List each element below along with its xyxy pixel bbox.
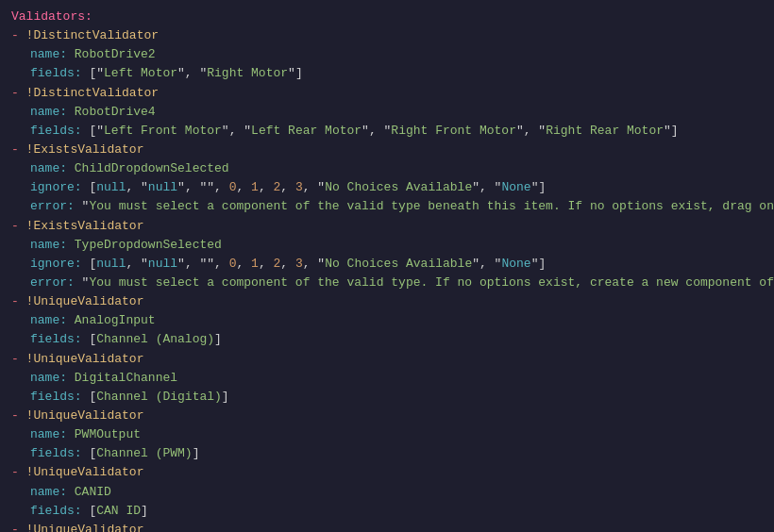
- bracket-text: ", ": [516, 124, 546, 138]
- dash-text: -: [11, 352, 26, 366]
- line-14: error: "You must select a component of t…: [11, 274, 763, 292]
- line-18: - !UniqueValidator: [11, 350, 763, 369]
- field-name-text: name:: [30, 161, 75, 175]
- line-9: ignore: [null, "null", "", 0, 1, 2, 3, "…: [11, 178, 763, 197]
- num-val-text: 1: [251, 257, 259, 271]
- dash-text: -: [11, 142, 26, 157]
- field-name-text: fields:: [30, 504, 89, 518]
- line-17: fields: [Channel (Analog)]: [11, 330, 763, 349]
- null-val-text: null: [96, 257, 126, 271]
- field-value-text: Right Rear Motor: [546, 124, 664, 138]
- field-name-text: error:: [30, 275, 82, 290]
- field-name-text: name:: [30, 485, 75, 499]
- line-22: name: PWMOutput: [11, 425, 763, 444]
- line-23: fields: [Channel (PWM)]: [11, 444, 763, 463]
- field-name-text: fields:: [30, 332, 89, 346]
- tag-text: !UniqueValidator: [26, 465, 144, 479]
- field-value-text: PWMOutput: [75, 427, 141, 441]
- field-value-text: RobotDrive2: [75, 47, 156, 61]
- field-value-text: You must select a component of the valid…: [89, 275, 774, 290]
- bracket-text: ", "",: [177, 180, 229, 194]
- field-value-text: Right Front Motor: [391, 124, 516, 138]
- field-value-text: CAN ID: [96, 504, 141, 518]
- line-15: - !UniqueValidator: [11, 292, 763, 311]
- dash-text: -: [11, 86, 26, 100]
- tag-text: !DistinctValidator: [26, 28, 159, 42]
- field-value-text: Channel (PWM): [96, 446, 192, 460]
- bracket-text: "]: [288, 66, 303, 80]
- null-val-text: null: [96, 180, 126, 194]
- field-value-text: No Choices Available: [325, 257, 472, 271]
- code-container: Validators:- !DistinctValidatorname: Rob…: [0, 0, 774, 532]
- line-27: - !UniqueValidator: [11, 521, 763, 532]
- bracket-text: , ": [126, 180, 147, 194]
- num-val-text: 3: [295, 180, 303, 194]
- bracket-text: ,: [259, 180, 274, 194]
- bracket-text: ", ": [177, 66, 207, 80]
- null-val-text: None: [501, 180, 530, 194]
- num-val-text: 3: [295, 257, 303, 271]
- num-val-text: 1: [251, 180, 259, 194]
- bracket-text: ,: [280, 257, 295, 271]
- field-name-text: name:: [30, 47, 75, 61]
- field-value-text: TypeDropdownSelected: [75, 238, 222, 252]
- null-val-text: null: [148, 180, 177, 194]
- field-name-text: name:: [30, 313, 75, 327]
- line-2: name: RobotDrive2: [11, 45, 763, 64]
- field-name-text: fields:: [30, 66, 89, 80]
- bracket-text: , ": [303, 180, 325, 194]
- bracket-text: "]: [531, 180, 547, 194]
- bracket-text: ,: [237, 180, 252, 194]
- tag-text: !ExistsValidator: [26, 219, 144, 233]
- dash-text: -: [11, 219, 26, 233]
- tag-text: !UniqueValidator: [26, 352, 144, 366]
- bracket-text: ", ": [222, 124, 251, 138]
- dash-text: -: [11, 28, 26, 42]
- bracket-text: ]: [222, 390, 229, 404]
- line-25: name: CANID: [11, 483, 763, 502]
- tag-text: !UniqueValidator: [26, 408, 144, 423]
- field-name-text: error:: [30, 199, 82, 213]
- line-7: - !ExistsValidator: [11, 141, 763, 159]
- tag-text: !UniqueValidator: [26, 523, 144, 532]
- tag-text: !ExistsValidator: [26, 142, 144, 157]
- field-name-text: name:: [30, 427, 75, 441]
- field-name-text: name:: [30, 238, 75, 252]
- field-name-text: name:: [30, 105, 75, 119]
- bracket-text: ", "",: [177, 257, 229, 271]
- tag-text: !UniqueValidator: [26, 294, 144, 308]
- bracket-text: [": [89, 124, 104, 138]
- num-val-text: 0: [229, 180, 237, 194]
- dash-text: -: [11, 294, 26, 308]
- field-value-text: You must select a component of the valid…: [89, 199, 774, 213]
- bracket-text: ,: [259, 257, 274, 271]
- dash-text: -: [11, 408, 26, 423]
- bracket-text: [": [89, 66, 104, 80]
- line-16: name: AnalogInput: [11, 311, 763, 330]
- field-value-text: No Choices Available: [325, 180, 472, 194]
- bracket-text: "]: [664, 124, 679, 138]
- bracket-text: ]: [214, 332, 222, 346]
- null-val-text: None: [501, 257, 530, 271]
- bracket-text: ]: [193, 446, 200, 460]
- bracket-text: ", ": [472, 180, 501, 194]
- line-11: - !ExistsValidator: [11, 217, 763, 236]
- field-name-text: fields:: [30, 390, 89, 404]
- line-10: error: "You must select a component of t…: [11, 197, 763, 216]
- bracket-text: , ": [126, 257, 147, 271]
- line-20: fields: [Channel (Digital)]: [11, 388, 763, 407]
- dash-text: -: [11, 523, 26, 532]
- line-13: ignore: [null, "null", "", 0, 1, 2, 3, "…: [11, 255, 763, 274]
- field-value-text: Left Rear Motor: [251, 124, 362, 138]
- line-12: name: TypeDropdownSelected: [11, 236, 763, 255]
- bracket-text: ,: [280, 180, 295, 194]
- bracket-text: ,: [237, 257, 252, 271]
- line-3: fields: ["Left Motor", "Right Motor"]: [11, 64, 763, 83]
- field-value-text: RobotDrive4: [75, 105, 156, 119]
- line-1: - !DistinctValidator: [11, 26, 763, 45]
- field-value-text: Left Front Motor: [104, 124, 222, 138]
- field-value-text: DigitalChannel: [75, 371, 177, 385]
- bracket-text: ", ": [472, 257, 501, 271]
- field-value-text: Left Motor: [104, 66, 177, 80]
- field-name-text: ignore:: [30, 257, 89, 271]
